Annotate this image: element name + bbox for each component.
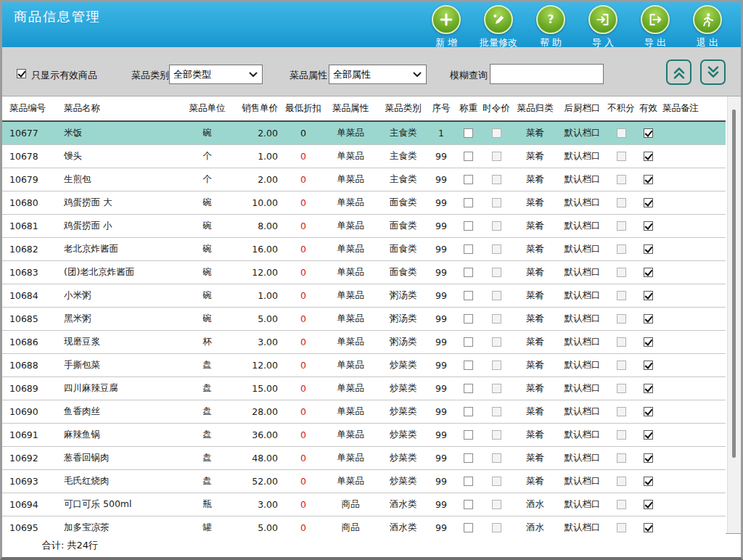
valid-checkbox[interactable]	[644, 314, 653, 324]
no_points-checkbox[interactable]	[617, 128, 626, 138]
column-header-no_points[interactable]: 不积分	[606, 102, 636, 115]
weigh-checkbox[interactable]	[464, 198, 473, 207]
seasonal-checkbox[interactable]	[492, 198, 501, 207]
seasonal-checkbox[interactable]	[492, 175, 501, 184]
vertical-scrollbar[interactable]	[727, 96, 741, 533]
page-up-button[interactable]	[666, 59, 691, 85]
weigh-checkbox[interactable]	[464, 221, 473, 231]
import-button[interactable]: 导 入	[577, 5, 629, 49]
no_points-checkbox[interactable]	[617, 337, 626, 347]
scrollbar-thumb[interactable]	[732, 110, 736, 458]
table-row[interactable]: 10690鱼香肉丝盘28.000单菜品炒菜类99菜肴默认档口	[2, 400, 726, 424]
show-valid-only-checkbox[interactable]	[17, 69, 26, 78]
help-button[interactable]: ? 帮 助	[525, 5, 577, 49]
seasonal-checkbox[interactable]	[492, 523, 501, 532]
valid-checkbox[interactable]	[644, 221, 653, 231]
no_points-checkbox[interactable]	[617, 500, 626, 509]
table-row[interactable]: 10682老北京炸酱面碗16.000单菜品面食类99菜肴默认档口	[2, 238, 726, 261]
weigh-checkbox[interactable]	[464, 523, 473, 532]
table-row[interactable]: 10684小米粥碗1.000单菜品粥汤类99菜肴默认档口	[2, 284, 726, 308]
column-header-unit[interactable]: 菜品单位	[187, 102, 227, 115]
seasonal-checkbox[interactable]	[492, 430, 501, 440]
exit-button[interactable]: 退 出	[681, 5, 734, 49]
no_points-checkbox[interactable]	[617, 477, 626, 486]
column-header-seq[interactable]: 序号	[427, 102, 456, 115]
valid-checkbox[interactable]	[644, 152, 653, 161]
no_points-checkbox[interactable]	[617, 221, 626, 231]
valid-checkbox[interactable]	[644, 523, 653, 532]
weigh-checkbox[interactable]	[464, 337, 473, 347]
table-row[interactable]: 10681鸡蛋捞面 小碗8.000单菜品面食类99菜肴默认档口	[2, 215, 726, 238]
valid-checkbox[interactable]	[644, 337, 653, 347]
table-row[interactable]: 10692葱香回锅肉盘48.000单菜品炒菜类99菜肴默认档口	[2, 447, 726, 470]
weigh-checkbox[interactable]	[464, 453, 473, 463]
no_points-checkbox[interactable]	[617, 152, 626, 161]
no_points-checkbox[interactable]	[617, 244, 626, 254]
no_points-checkbox[interactable]	[617, 198, 626, 207]
table-row[interactable]: 10691麻辣鱼锅盘36.000单菜品炒菜类99菜肴默认档口	[2, 424, 726, 447]
batch-edit-button[interactable]: 批量修改	[472, 5, 525, 49]
no_points-checkbox[interactable]	[617, 268, 626, 277]
valid-checkbox[interactable]	[644, 500, 653, 509]
no_points-checkbox[interactable]	[617, 430, 626, 440]
table-row[interactable]: 10683(团)老北京炸酱面碗12.000单菜品面食类99菜肴默认档口	[2, 261, 726, 284]
seasonal-checkbox[interactable]	[492, 244, 501, 254]
table-row[interactable]: 10693毛氏红烧肉盘52.000单菜品炒菜类99菜肴默认档口	[2, 470, 726, 493]
no_points-checkbox[interactable]	[617, 523, 626, 532]
seasonal-checkbox[interactable]	[492, 268, 501, 277]
seasonal-checkbox[interactable]	[492, 221, 501, 231]
valid-checkbox[interactable]	[644, 175, 653, 184]
add-button[interactable]: 新 增	[420, 5, 472, 49]
no_points-checkbox[interactable]	[617, 175, 626, 184]
table-row[interactable]: 10688手撕包菜盘12.000单菜品炒菜类99菜肴默认档口	[2, 354, 726, 377]
column-header-remark[interactable]: 菜品备注	[660, 102, 726, 115]
no_points-checkbox[interactable]	[617, 453, 626, 463]
weigh-checkbox[interactable]	[464, 244, 473, 254]
weigh-checkbox[interactable]	[464, 291, 473, 300]
weigh-checkbox[interactable]	[464, 314, 473, 324]
seasonal-checkbox[interactable]	[492, 453, 501, 463]
valid-checkbox[interactable]	[644, 128, 653, 138]
no_points-checkbox[interactable]	[617, 314, 626, 324]
attribute-select[interactable]: 全部属性	[329, 65, 427, 84]
weigh-checkbox[interactable]	[464, 407, 473, 416]
valid-checkbox[interactable]	[644, 361, 653, 370]
seasonal-checkbox[interactable]	[492, 384, 501, 393]
weigh-checkbox[interactable]	[464, 152, 473, 161]
seasonal-checkbox[interactable]	[492, 128, 501, 138]
weigh-checkbox[interactable]	[464, 430, 473, 440]
valid-checkbox[interactable]	[644, 407, 653, 416]
column-header-station[interactable]: 后厨档口	[559, 102, 606, 115]
valid-checkbox[interactable]	[644, 198, 653, 207]
weigh-checkbox[interactable]	[464, 477, 473, 486]
seasonal-checkbox[interactable]	[492, 361, 501, 370]
column-header-valid[interactable]: 有效	[636, 102, 660, 115]
seasonal-checkbox[interactable]	[492, 407, 501, 416]
seasonal-checkbox[interactable]	[492, 477, 501, 486]
column-header-weigh[interactable]: 称重	[456, 102, 481, 115]
weigh-checkbox[interactable]	[464, 361, 473, 370]
valid-checkbox[interactable]	[644, 453, 653, 463]
search-input[interactable]	[490, 64, 604, 84]
seasonal-checkbox[interactable]	[492, 500, 501, 509]
column-header-seasonal[interactable]: 时令价	[481, 102, 512, 115]
valid-checkbox[interactable]	[644, 244, 653, 254]
column-header-name[interactable]: 菜品名称	[57, 102, 187, 115]
valid-checkbox[interactable]	[644, 477, 653, 486]
category-select[interactable]: 全部类型	[169, 65, 263, 84]
table-row[interactable]: 10679生煎包个2.000单菜品主食类99菜肴默认档口	[2, 168, 726, 192]
column-header-attr[interactable]: 菜品属性	[321, 102, 379, 115]
weigh-checkbox[interactable]	[464, 128, 473, 138]
seasonal-checkbox[interactable]	[492, 291, 501, 300]
table-row[interactable]: 10694可口可乐 500ml瓶3.000商品酒水类99酒水默认档口	[2, 493, 726, 516]
column-header-category[interactable]: 菜品类别	[379, 102, 427, 115]
weigh-checkbox[interactable]	[464, 384, 473, 393]
table-row[interactable]: 10686现磨豆浆杯3.000单菜品粥汤类99菜肴默认档口	[2, 331, 726, 354]
table-row[interactable]: 10689四川麻辣豆腐盘15.000单菜品炒菜类99菜肴默认档口	[2, 377, 726, 400]
weigh-checkbox[interactable]	[464, 175, 473, 184]
table-row[interactable]: 10678馒头个1.000单菜品主食类99菜肴默认档口	[2, 145, 726, 168]
no_points-checkbox[interactable]	[617, 361, 626, 370]
weigh-checkbox[interactable]	[464, 500, 473, 509]
valid-checkbox[interactable]	[644, 384, 653, 393]
page-down-button[interactable]	[700, 59, 726, 85]
